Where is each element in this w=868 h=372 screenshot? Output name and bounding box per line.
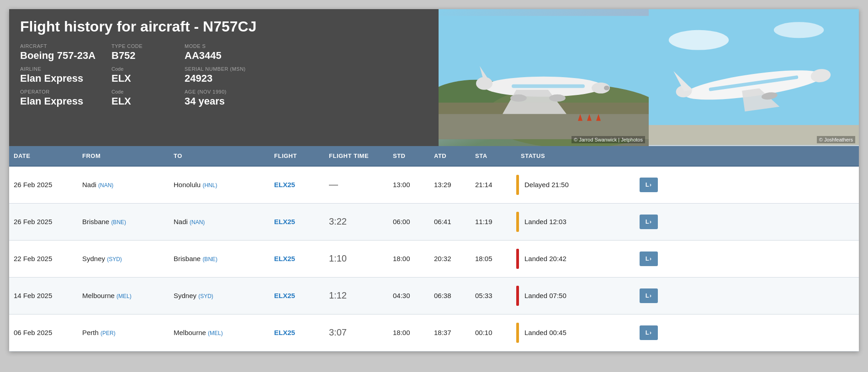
cell-to: Brisbane (BNE) [169,253,270,264]
cell-flight-time: 3:07 [324,325,388,340]
more-button[interactable]: L› [640,251,658,266]
cell-std: 18:00 [388,253,429,264]
cell-std: 18:00 [388,327,429,338]
serial-cell: SERIAL NUMBER (MSN) 24923 [185,66,285,84]
type-code-cell: TYPE CODE B752 [111,43,185,62]
cell-flight[interactable]: ELX25 [270,179,324,190]
more-button[interactable]: L› [640,325,658,340]
cell-sta: 05:33 [471,290,512,301]
cell-from: Melbourne (MEL) [78,290,169,301]
cell-std: 06:00 [388,216,429,227]
type-code-sub-cell: Code ELX [111,66,185,84]
cell-to: Melbourne (MEL) [169,327,270,338]
cell-from: Perth (PER) [78,327,169,338]
cell-more: L› [635,250,662,268]
table-row: 22 Feb 2025 Sydney (SYD) Brisbane (BNE) … [9,241,859,278]
from-code: (SYD) [107,256,122,262]
operator-code-label: Code [111,89,185,94]
svg-rect-4 [439,114,649,139]
th-actions [635,151,662,161]
type-code-label: TYPE CODE [111,43,185,49]
table-row: 06 Feb 2025 Perth (PER) Melbourne (MEL) … [9,314,859,351]
header-images: © Jarrod Swanwick | Jetphotos [439,9,859,146]
cell-date: 26 Feb 2025 [9,179,78,190]
cell-flight[interactable]: ELX25 [270,253,324,264]
serial-label: SERIAL NUMBER (MSN) [185,66,285,72]
airline-cell: AIRLINE Elan Express [20,66,111,84]
svg-point-11 [549,94,566,102]
th-std: STD [388,151,429,161]
cell-flight-time: — [324,178,388,192]
cell-atd: 20:32 [429,253,471,264]
more-button[interactable]: L› [640,288,658,303]
svg-point-20 [774,22,824,38]
aircraft-info-grid: AIRCRAFT Boeing 757-23A TYPE CODE B752 M… [20,43,428,112]
th-sta: STA [471,151,512,161]
aircraft-cell: AIRCRAFT Boeing 757-23A [20,43,111,62]
to-code: (MEL) [208,330,223,336]
operator-code-cell: Code ELX [111,89,185,107]
aircraft-photo-2: © Joshfeathers [649,9,859,146]
from-code: (PER) [101,330,116,336]
cell-flight-time: 1:12 [324,288,388,303]
svg-point-19 [669,30,729,50]
to-code: (BNE) [202,256,217,262]
table-header-row: DATE FROM TO FLIGHT FLIGHT TIME STD ATD … [9,146,859,167]
table-body: 26 Feb 2025 Nadi (NAN) Honolulu (HNL) EL… [9,167,859,351]
cell-atd: 06:41 [429,216,471,227]
cell-date: 22 Feb 2025 [9,253,78,264]
header-section: Flight history for aircraft - N757CJ AIR… [9,9,859,146]
cell-date: 14 Feb 2025 [9,290,78,301]
aircraft-value: Boeing 757-23A [20,50,111,62]
cell-sta: 21:14 [471,179,512,190]
age-cell: AGE (Nov 1990) 34 years [185,89,285,107]
aircraft-label: AIRCRAFT [20,43,111,49]
cell-to: Nadi (NAN) [169,216,270,227]
mode-s-label: MODE S [185,43,285,49]
cell-flight[interactable]: ELX25 [270,327,324,338]
more-button[interactable]: L› [640,215,658,229]
cell-atd: 06:38 [429,290,471,301]
aircraft-photo-1: © Jarrod Swanwick | Jetphotos [439,9,649,146]
age-value: 34 years [185,95,285,107]
type-code-sub-label: Code [111,66,185,72]
flight-table: DATE FROM TO FLIGHT FLIGHT TIME STD ATD … [9,146,859,351]
operator-code-value: ELX [111,95,185,107]
photo2-caption: © Joshfeathers [817,136,855,143]
cell-status: Landed 07:50 [516,290,635,301]
cell-from: Brisbane (BNE) [78,216,169,227]
from-code: (BNE) [111,219,126,225]
table-row: 26 Feb 2025 Nadi (NAN) Honolulu (HNL) EL… [9,167,859,204]
cell-flight-time: 3:22 [324,215,388,229]
cell-flight[interactable]: ELX25 [270,290,324,301]
svg-rect-13 [512,84,585,88]
more-button[interactable]: L› [640,178,658,192]
th-date: DATE [9,151,78,161]
status-text: Landed 20:42 [521,255,566,262]
cell-atd: 18:37 [429,327,471,338]
serial-value: 24923 [185,73,285,84]
airline-label: AIRLINE [20,66,111,72]
status-text: Landed 12:03 [521,218,566,225]
th-atd: ATD [429,151,471,161]
main-container: Flight history for aircraft - N757CJ AIR… [9,9,859,351]
status-text: Landed 00:45 [521,329,566,336]
cell-more: L› [635,287,662,305]
cell-flight-time: 1:10 [324,251,388,266]
cell-from: Sydney (SYD) [78,253,169,264]
svg-point-14 [604,86,609,90]
age-label: AGE (Nov 1990) [185,89,285,94]
th-to: TO [169,151,270,161]
cell-sta: 18:05 [471,253,512,264]
table-row: 14 Feb 2025 Melbourne (MEL) Sydney (SYD)… [9,278,859,314]
th-from: FROM [78,151,169,161]
table-row: 26 Feb 2025 Brisbane (BNE) Nadi (NAN) EL… [9,204,859,241]
cell-more: L› [635,324,662,342]
airline-value: Elan Express [20,73,111,84]
from-code: (MEL) [116,293,132,299]
cell-flight[interactable]: ELX25 [270,216,324,227]
cell-to: Honolulu (HNL) [169,179,270,190]
to-code: (HNL) [202,182,217,189]
status-text: Landed 07:50 [521,292,566,299]
header-info: Flight history for aircraft - N757CJ AIR… [9,9,439,146]
